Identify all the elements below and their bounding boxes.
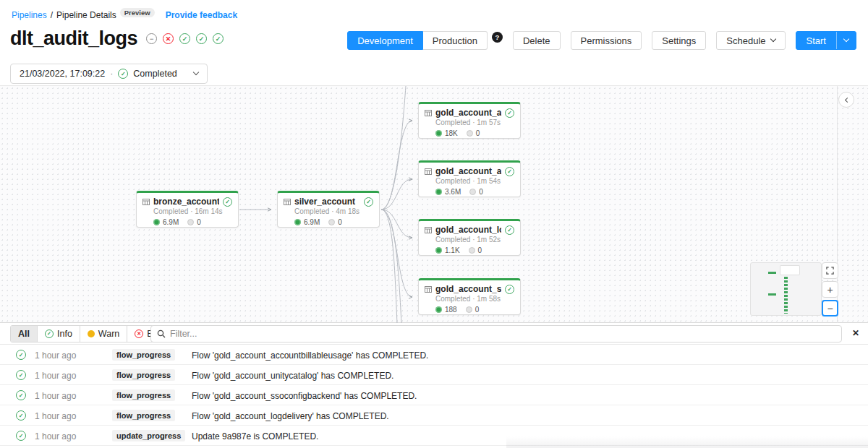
success-circle-icon: ✓ [505, 167, 514, 176]
log-row[interactable]: ✓ 1 hour ago flow_progress Flow 'gold_ac… [0, 385, 868, 405]
tab-all-label: All [18, 329, 30, 339]
chevron-left-icon [845, 97, 850, 102]
development-mode-button[interactable]: Development [347, 31, 423, 50]
dag-node-silver-account[interactable]: silver_account ✓ Completed · 4m 18s 6.9M… [277, 191, 380, 228]
records-written-icon [294, 219, 301, 225]
dot-separator: · [110, 69, 113, 79]
settings-button[interactable]: Settings [652, 31, 706, 50]
start-dropdown-toggle[interactable] [837, 38, 856, 43]
table-icon [425, 110, 432, 116]
dag-node-gold-account-2[interactable]: gold_account_ac... ✓ Completed · 1m 54s … [418, 160, 521, 197]
records-dropped: 0 [338, 218, 342, 226]
node-status-line: Completed · 1m 52s [425, 236, 514, 244]
table-icon [425, 168, 432, 175]
dag-canvas[interactable]: bronze_account ✓ Completed · 16m 14s 6.9… [0, 85, 868, 323]
records-dropped-icon [467, 130, 473, 137]
tab-warn-label: Warn [98, 329, 119, 339]
delete-button[interactable]: Delete [513, 31, 561, 50]
breadcrumb: Pipelines / Pipeline Details Preview Pro… [12, 10, 237, 20]
header-actions: Development Production ? Delete Permissi… [347, 31, 856, 50]
success-circle-icon: ✓ [16, 390, 26, 400]
success-circle-icon: ✓ [118, 69, 128, 79]
help-icon[interactable]: ? [492, 32, 503, 43]
log-row-event-type: flow_progress [112, 410, 175, 421]
node-name: silver_account [294, 197, 360, 207]
log-row-message: Flow 'gold_account_ssoconfigbackend' has… [192, 391, 417, 401]
tab-warn[interactable]: Warn [80, 326, 127, 342]
node-name: gold_account_ac... [435, 166, 501, 176]
log-row[interactable]: ✓ 1 hour ago flow_progress Flow 'gold_ac… [0, 345, 868, 365]
records-written-icon [435, 130, 442, 137]
log-row-event-type: flow_progress [112, 369, 175, 381]
log-row-message: Flow 'gold_account_accountbillableusage'… [192, 350, 428, 361]
chevron-down-icon [843, 36, 849, 42]
minimap-node-mark [768, 272, 776, 274]
node-status-line: Completed · 1m 57s [425, 119, 514, 126]
schedule-button[interactable]: Schedule [716, 31, 785, 50]
stopped-circle-icon: − [146, 33, 157, 44]
success-circle-icon: ✓ [16, 431, 26, 441]
dag-minimap[interactable] [750, 262, 822, 316]
success-circle-icon: ✓ [505, 108, 514, 118]
records-written-icon [435, 306, 442, 313]
log-row-event-type: update_progress [112, 430, 185, 441]
minimap-node-mark [768, 293, 776, 296]
node-status-line: Completed · 1m 58s [425, 295, 514, 303]
node-name: gold_account_ss... [435, 284, 501, 294]
log-row[interactable]: ✓ 1 hour ago flow_progress Flow 'gold_ac… [0, 405, 868, 426]
fit-to-screen-button[interactable] [822, 262, 838, 279]
production-mode-button[interactable]: Production [423, 31, 488, 50]
table-icon [425, 286, 432, 293]
records-dropped-icon [469, 247, 475, 254]
node-status-line: Completed · 4m 18s [284, 207, 373, 215]
run-status: Completed [133, 69, 176, 79]
tab-info[interactable]: ✓ Info [37, 326, 80, 342]
mode-toggle: Development Production [347, 31, 488, 50]
records-written: 1.1K [445, 246, 460, 254]
records-written-icon [435, 189, 442, 195]
records-dropped-icon [187, 219, 194, 225]
records-written: 6.9M [163, 218, 179, 226]
provide-feedback-link[interactable]: Provide feedback [166, 10, 237, 20]
run-selector-dropdown[interactable]: 21/03/2022, 17:09:22 · ✓ Completed [10, 64, 208, 84]
chevron-down-icon [193, 69, 199, 75]
records-written: 3.6M [445, 188, 461, 196]
records-dropped-icon [469, 189, 476, 195]
zoom-out-button[interactable]: − [822, 300, 838, 316]
log-row-time: 1 hour ago [35, 431, 76, 441]
success-circle-icon: ✓ [364, 197, 373, 207]
dag-node-bronze-account[interactable]: bronze_account ✓ Completed · 16m 14s 6.9… [136, 191, 239, 228]
tab-all[interactable]: All [11, 326, 37, 342]
records-written: 6.9M [304, 218, 320, 226]
records-dropped: 0 [197, 218, 201, 226]
breadcrumb-current: Pipeline Details [56, 10, 116, 20]
dag-node-gold-account-log[interactable]: gold_account_log... ✓ Completed · 1m 52s… [418, 219, 521, 256]
error-circle-icon: ✕ [163, 33, 174, 44]
log-row-message: Update 9a987e is COMPLETED. [192, 431, 318, 441]
records-dropped-icon [466, 306, 472, 313]
success-circle-icon: ✓ [16, 410, 26, 421]
log-row[interactable]: ✓ 1 hour ago update_progress Update 9a98… [0, 426, 868, 446]
start-button-label[interactable]: Start [796, 35, 836, 46]
log-row-time: 1 hour ago [35, 411, 76, 421]
table-icon [425, 227, 432, 233]
start-split-button[interactable]: Start [796, 31, 856, 50]
success-circle-icon: ✓ [196, 33, 207, 44]
log-row-event-type: flow_progress [112, 349, 175, 361]
minimap-viewport[interactable] [780, 265, 800, 275]
log-row[interactable]: ✓ 1 hour ago flow_progress Flow 'gold_ac… [0, 365, 868, 385]
zoom-in-button[interactable]: + [822, 281, 838, 298]
success-circle-icon: ✓ [45, 329, 54, 338]
collapse-panel-button[interactable] [838, 92, 854, 108]
records-written-icon [153, 219, 160, 225]
permissions-button[interactable]: Permissions [571, 31, 642, 50]
error-circle-icon: ✕ [135, 329, 143, 338]
dag-node-gold-account-1[interactable]: gold_account_ac... ✓ Completed · 1m 57s … [418, 102, 521, 139]
breadcrumb-pipelines-link[interactable]: Pipelines [12, 10, 47, 20]
tab-info-label: Info [57, 329, 72, 339]
filter-input[interactable] [170, 329, 835, 339]
schedule-button-label: Schedule [726, 35, 765, 46]
dag-node-gold-account-sso[interactable]: gold_account_ss... ✓ Completed · 1m 58s … [418, 278, 521, 315]
close-log-icon[interactable]: ✕ [852, 328, 859, 338]
records-dropped: 0 [479, 188, 483, 196]
